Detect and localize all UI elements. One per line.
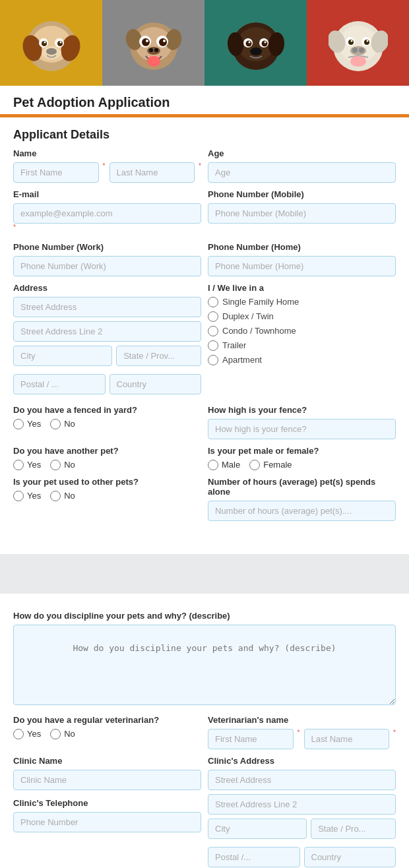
- clinic-country-input[interactable]: [304, 847, 396, 867]
- banner-lab: [204, 0, 307, 86]
- applicant-details-title: Applicant Details: [0, 117, 409, 148]
- dwelling-radio-trailer[interactable]: [208, 340, 218, 351]
- regular-vet-no-radio[interactable]: [50, 729, 61, 739]
- fenced-yes-label: Yes: [27, 419, 41, 429]
- email-input[interactable]: [13, 203, 201, 224]
- gray-divider: [0, 554, 409, 594]
- street-address-2-input[interactable]: [13, 321, 201, 342]
- phone-mobile-input[interactable]: [208, 203, 396, 224]
- another-pet-col: Do you have another pet? Yes No: [13, 446, 201, 470]
- age-label: Age: [208, 148, 396, 158]
- another-pet-no[interactable]: No: [50, 460, 75, 470]
- pet-gender-radio-group: Male Female: [208, 460, 396, 470]
- street-address-input[interactable]: [13, 297, 201, 317]
- gender-female[interactable]: Female: [249, 460, 292, 470]
- another-pet-no-label: No: [64, 460, 75, 470]
- vet-name-inputs: * *: [208, 729, 396, 749]
- gender-male-radio[interactable]: [208, 460, 218, 470]
- fenced-yes-radio[interactable]: [13, 419, 24, 429]
- page-title-section: Pet Adoption Application: [0, 86, 409, 114]
- dwelling-radio-duplex[interactable]: [208, 311, 218, 322]
- state-input[interactable]: [116, 346, 201, 366]
- last-name-input[interactable]: [110, 162, 195, 183]
- vet-first-name-input[interactable]: [208, 729, 294, 749]
- fenced-no-radio[interactable]: [50, 419, 61, 429]
- used-pets-yes-radio[interactable]: [13, 491, 24, 501]
- postal-input[interactable]: [13, 374, 106, 394]
- vet-last-name-input[interactable]: [304, 729, 390, 749]
- svg-point-35: [264, 42, 266, 44]
- regular-vet-yes[interactable]: Yes: [13, 729, 41, 739]
- age-input[interactable]: [208, 162, 396, 183]
- svg-point-50: [350, 56, 366, 67]
- used-pets-no[interactable]: No: [50, 491, 75, 501]
- dwelling-single-family[interactable]: Single Family Home: [208, 297, 396, 307]
- dwelling-condo[interactable]: Condo / Townhome: [208, 326, 396, 336]
- svg-point-19: [159, 38, 167, 46]
- another-pet-yes[interactable]: Yes: [13, 460, 41, 470]
- country-input[interactable]: [110, 374, 202, 394]
- regular-vet-no-label: No: [64, 729, 75, 739]
- dwelling-radio-condo[interactable]: [208, 326, 218, 336]
- vet-name-label: Veterinarian's name: [208, 715, 396, 725]
- vet-first-required: *: [298, 729, 300, 749]
- clinic-street-input[interactable]: [208, 770, 396, 790]
- clinic-city-input[interactable]: [208, 819, 307, 839]
- email-col: E-mail *: [13, 189, 201, 235]
- svg-point-23: [149, 48, 153, 52]
- svg-point-36: [250, 47, 262, 55]
- dwelling-radio-single[interactable]: [208, 297, 218, 307]
- used-pets-yes-label: Yes: [27, 491, 41, 501]
- discipline-textarea[interactable]: [13, 625, 396, 705]
- dwelling-radio-apartment[interactable]: [208, 355, 218, 365]
- dwelling-apartment[interactable]: Apartment: [208, 355, 396, 365]
- phone-mobile-col: Phone Number (Mobile): [208, 189, 396, 235]
- gender-female-radio[interactable]: [249, 460, 260, 470]
- dwelling-apartment-label: Apartment: [222, 355, 262, 365]
- dwelling-trailer[interactable]: Trailer: [208, 340, 396, 351]
- phone-home-input[interactable]: [208, 256, 396, 276]
- city-input[interactable]: [13, 346, 112, 366]
- fence-height-input[interactable]: [208, 419, 396, 439]
- dwelling-duplex[interactable]: Duplex / Twin: [208, 311, 396, 322]
- fenced-no[interactable]: No: [50, 419, 75, 429]
- clinic-postal-input[interactable]: [208, 847, 300, 867]
- postal-country-row: [13, 374, 201, 398]
- fenced-yes[interactable]: Yes: [13, 419, 41, 429]
- clinic-phone-label: Clinic's Telephone: [13, 798, 201, 808]
- hours-alone-input[interactable]: [208, 501, 396, 521]
- banner-pug: [102, 0, 204, 86]
- clinic-state-input[interactable]: [311, 819, 396, 839]
- clinic-street-2-input[interactable]: [208, 794, 396, 815]
- clinic-row: Clinic Name Clinic's Telephone Clinic's …: [13, 756, 396, 868]
- used-pets-no-radio[interactable]: [50, 491, 61, 501]
- header-banner: [0, 0, 409, 86]
- svg-point-48: [352, 47, 358, 53]
- svg-point-21: [163, 40, 166, 42]
- gender-male[interactable]: Male: [208, 460, 240, 470]
- pet-gender-col: Is your pet male or female? Male Female: [208, 446, 396, 470]
- regular-vet-col: Do you have a regular veterinarian? Yes …: [13, 715, 201, 739]
- another-pet-label: Do you have another pet?: [13, 446, 201, 456]
- clinic-phone-input[interactable]: [13, 812, 201, 832]
- vet-last-required: *: [393, 729, 396, 749]
- first-name-input[interactable]: [13, 162, 99, 183]
- hours-alone-label: Number of hours (average) pet(s) spends …: [208, 477, 396, 497]
- another-pet-yes-radio[interactable]: [13, 460, 24, 470]
- svg-point-8: [44, 42, 46, 44]
- fenced-yard-label: Do you have a fenced in yard?: [13, 405, 201, 415]
- phone-work-input[interactable]: [13, 256, 201, 276]
- first-name-required: *: [103, 162, 106, 183]
- regular-vet-yes-radio[interactable]: [13, 729, 24, 739]
- regular-vet-no[interactable]: No: [50, 729, 75, 739]
- bottom-section: How do you discipline your pets and why?…: [0, 600, 409, 868]
- another-pet-no-radio[interactable]: [50, 460, 61, 470]
- phone-home-label: Phone Number (Home): [208, 242, 396, 252]
- vet-name-col: Veterinarian's name * *: [208, 715, 396, 749]
- svg-point-25: [147, 56, 160, 67]
- used-pets-yes[interactable]: Yes: [13, 491, 41, 501]
- name-age-row: Name * * Age: [13, 148, 396, 183]
- clinic-postal-country-row: [208, 847, 396, 868]
- living-col: I / We live in a Single Family Home Dupl…: [208, 283, 396, 365]
- clinic-name-input[interactable]: [13, 770, 201, 790]
